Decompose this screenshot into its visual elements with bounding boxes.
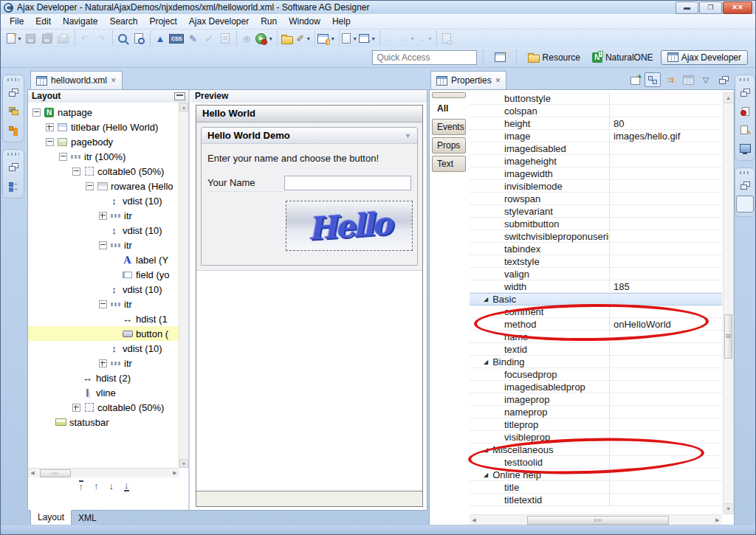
minimize-button[interactable]: ▬: [676, 1, 698, 14]
restore-view-button[interactable]: [736, 177, 754, 194]
property-row-stylevariant[interactable]: stylevariant: [470, 205, 722, 218]
expand-icon[interactable]: [46, 123, 54, 131]
property-row-imagedisabledprop[interactable]: imagedisabledprop: [470, 381, 722, 393]
navigator-view-button[interactable]: [4, 103, 22, 120]
dropdown-arrow-icon[interactable]: ▼: [410, 36, 415, 41]
collapse-icon[interactable]: [86, 182, 94, 190]
property-row-invisiblemode[interactable]: invisiblemode: [470, 180, 722, 193]
property-value[interactable]: [609, 368, 722, 380]
collapse-icon[interactable]: [32, 108, 41, 117]
strip-drag-handle[interactable]: [7, 78, 19, 81]
scroll-right-icon[interactable]: ▶: [713, 517, 722, 523]
property-value[interactable]: [609, 481, 722, 493]
property-value[interactable]: [609, 306, 722, 317]
style-deploy-icon[interactable]: ✎: [185, 31, 200, 46]
menu-run[interactable]: Run: [255, 15, 283, 28]
category-row-binding[interactable]: ◢Binding: [470, 356, 722, 368]
property-value[interactable]: [609, 343, 722, 355]
pin-view-button[interactable]: [627, 72, 643, 87]
scroll-up-icon[interactable]: ▲: [724, 93, 733, 103]
category-row-basic[interactable]: ◢Basic: [470, 293, 722, 306]
expand-icon[interactable]: [72, 404, 80, 412]
properties-vertical-scrollbar[interactable]: ▲ ▼: [723, 92, 734, 514]
tree-node-itr[interactable]: itr: [28, 238, 179, 252]
move-up-button[interactable]: ↑: [94, 481, 99, 491]
menu-project[interactable]: Project: [143, 15, 182, 28]
property-row-nameprop[interactable]: nameprop: [470, 406, 722, 418]
move-top-button[interactable]: ↑: [79, 480, 84, 491]
collapse-icon[interactable]: [99, 241, 107, 249]
scrollbar-thumb[interactable]: [40, 469, 71, 477]
expand-icon[interactable]: [99, 359, 107, 367]
menu-window[interactable]: Window: [283, 15, 326, 28]
property-value[interactable]: [609, 331, 722, 342]
property-row-focusedprop[interactable]: focusedprop: [470, 368, 722, 381]
property-value[interactable]: [609, 393, 722, 405]
restore-view-button[interactable]: [736, 84, 754, 101]
property-row-method[interactable]: methodonHelloWorld: [470, 318, 722, 331]
scroll-down-icon[interactable]: ▼: [179, 459, 188, 468]
property-value[interactable]: [609, 406, 722, 418]
perspective-resource[interactable]: Resource: [523, 50, 585, 64]
tree-node-label[interactable]: label (Y: [28, 252, 179, 267]
property-value[interactable]: 185: [609, 280, 722, 292]
menu-search[interactable]: Search: [103, 15, 143, 28]
side-tab-props[interactable]: Props: [432, 137, 466, 153]
property-row-submitbutton[interactable]: submitbutton: [470, 218, 722, 230]
dropdown-arrow-icon[interactable]: ▼: [427, 36, 433, 41]
tree-node-hdist[interactable]: hdist (2): [28, 370, 179, 385]
tree-node-itr[interactable]: itr: [28, 208, 179, 223]
property-value[interactable]: [609, 142, 722, 154]
tree-node-coltable0[interactable]: coltable0 (50%): [28, 400, 179, 415]
tree-node-coltable0[interactable]: coltable0 (50%): [28, 164, 179, 179]
scroll-right-icon[interactable]: ▶: [171, 470, 179, 476]
strip-drag-handle[interactable]: [7, 153, 19, 156]
property-value[interactable]: [609, 168, 722, 179]
property-row-height[interactable]: height80: [470, 117, 722, 130]
dropdown-arrow-icon[interactable]: ▼: [352, 36, 357, 41]
dropdown-arrow-icon[interactable]: ▼: [306, 36, 311, 41]
yourname-field[interactable]: [284, 176, 411, 190]
category-expanded-icon[interactable]: ◢: [484, 472, 488, 478]
property-row-titleprop[interactable]: titleprop: [470, 418, 722, 431]
property-row-textstyle[interactable]: textstyle: [470, 255, 722, 268]
property-row-colspan[interactable]: colspan: [470, 105, 722, 117]
strip-drag-handle[interactable]: [740, 78, 750, 81]
property-row-titletextid[interactable]: titletextid: [470, 494, 722, 506]
convert-page-icon[interactable]: ▼: [342, 31, 357, 46]
tree-horizontal-scrollbar[interactable]: ◀ ▶: [28, 468, 179, 477]
property-row-testtoolid[interactable]: testtoolid: [470, 456, 722, 469]
scroll-left-icon[interactable]: ◀: [470, 517, 478, 523]
layout-outline-view-button[interactable]: [4, 177, 22, 194]
property-row-imageheight[interactable]: imageheight: [470, 155, 722, 168]
tree-node-itr[interactable]: itr (100%): [28, 149, 179, 164]
perspective-ajax-developer[interactable]: Ajax Developer: [661, 50, 748, 65]
tree-node-itr[interactable]: itr: [28, 297, 179, 311]
scroll-down-icon[interactable]: ▼: [724, 503, 733, 514]
problems-view-button[interactable]: [736, 103, 754, 120]
category-expanded-icon[interactable]: ◢: [484, 446, 488, 453]
open-perspective-button[interactable]: [490, 51, 510, 63]
perspective-naturalone[interactable]: NaturalONE: [588, 51, 658, 64]
property-value[interactable]: [609, 105, 722, 117]
collapse-rowarea-icon[interactable]: ▼: [405, 132, 411, 139]
move-down-button[interactable]: ↓: [109, 481, 114, 491]
property-value[interactable]: [609, 418, 722, 430]
property-row-imageprop[interactable]: imageprop: [470, 393, 722, 406]
properties-horizontal-scrollbar[interactable]: ◀ ▶: [470, 514, 722, 525]
dropdown-arrow-icon[interactable]: ▼: [371, 36, 376, 41]
outline-tree-view-button[interactable]: [4, 121, 22, 138]
property-row-image[interactable]: imageimages/hello.gif: [470, 130, 722, 142]
menu-help[interactable]: Help: [326, 15, 357, 28]
property-value[interactable]: images/hello.gif: [609, 130, 722, 142]
tree-node-statusbar[interactable]: statusbar: [28, 415, 179, 429]
property-row-tabindex[interactable]: tabindex: [470, 243, 722, 255]
property-row-valign[interactable]: valign: [470, 268, 722, 280]
console-view-button[interactable]: [736, 139, 754, 156]
new-wizard-icon[interactable]: ▼: [7, 31, 22, 46]
category-row-miscellaneous[interactable]: ◢Miscellaneous: [470, 443, 722, 456]
restore-view-button[interactable]: [4, 159, 22, 176]
tree-node-itr[interactable]: itr: [28, 356, 179, 370]
side-tab-text[interactable]: Text: [432, 156, 466, 172]
property-value[interactable]: [609, 268, 722, 280]
